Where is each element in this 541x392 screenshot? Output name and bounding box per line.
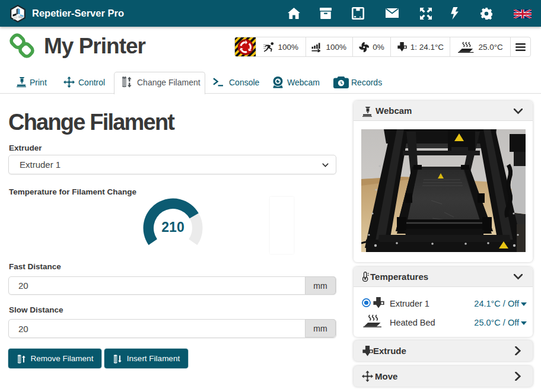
svg-text:210: 210	[161, 219, 184, 235]
